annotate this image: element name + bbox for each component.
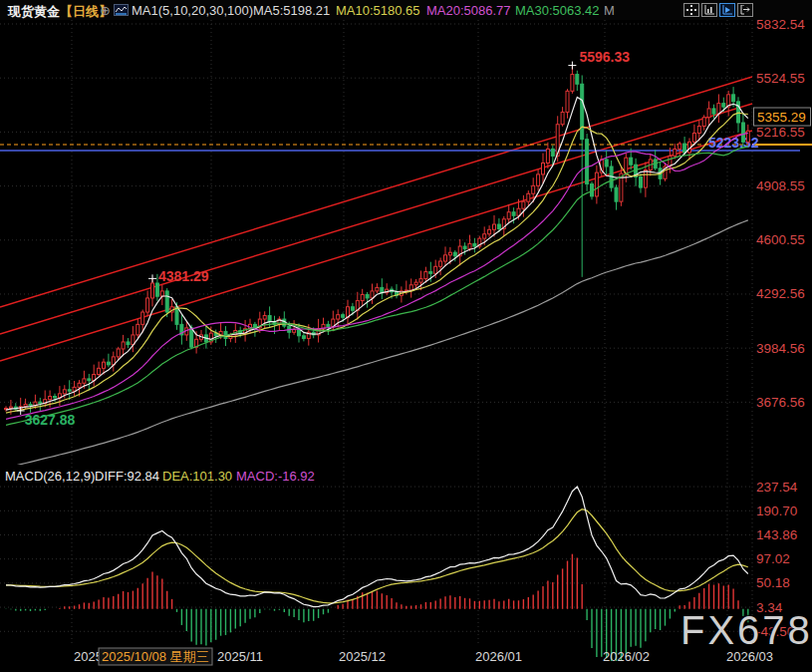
- svg-text:3676.56: 3676.56: [756, 395, 805, 410]
- svg-text:5596.33: 5596.33: [579, 49, 630, 65]
- svg-text:50.18: 50.18: [756, 575, 790, 590]
- move-chart-button[interactable]: [683, 3, 699, 17]
- candlestick-chart-canvas[interactable]: 5223.325596.334381.293627.885832.545524.…: [0, 20, 812, 672]
- blue-price-label: 5223.32: [708, 135, 759, 151]
- ma-lines: [6, 98, 748, 469]
- exit-fullscreen-button[interactable]: [737, 3, 753, 17]
- svg-text:4908.55: 4908.55: [756, 178, 805, 193]
- svg-text:97.02: 97.02: [756, 551, 790, 566]
- ma20-value: MA20:5086.77: [426, 3, 511, 18]
- high-low-annotations: 5596.334381.293627.88: [17, 49, 631, 428]
- svg-text:4381.29: 4381.29: [158, 268, 209, 284]
- trading-terminal: { "topbar": { "symbol": "现货黄金", "period"…: [0, 0, 812, 672]
- svg-text:4600.55: 4600.55: [756, 232, 805, 247]
- top-toolbar: 现货黄金 【日线】 ⊕ MA1(5,10,20,30,100) MA5:5198…: [0, 0, 812, 20]
- dea-line: [6, 509, 748, 603]
- macd-lines: [6, 487, 748, 606]
- ma100-line: [6, 220, 748, 468]
- svg-text:5524.55: 5524.55: [756, 71, 805, 86]
- auto-scroll-button[interactable]: [719, 3, 735, 17]
- watermark: FX678: [680, 608, 812, 653]
- chart-toolbar-icons: [683, 3, 753, 17]
- svg-text:3627.88: 3627.88: [25, 412, 76, 428]
- minute-toggle[interactable]: M: [604, 3, 615, 18]
- add-indicator-icon[interactable]: ⊕: [100, 3, 111, 18]
- gridlines: [0, 20, 752, 646]
- axis-scale-button[interactable]: [701, 3, 717, 17]
- svg-text:2026/01: 2026/01: [475, 649, 522, 664]
- svg-text:5355.29: 5355.29: [757, 110, 806, 125]
- svg-text:5832.54: 5832.54: [756, 20, 805, 32]
- svg-text:237.54: 237.54: [756, 480, 798, 495]
- time-axis: 20252025/112025/122026/012026/022026/032…: [74, 648, 773, 665]
- svg-text:2025/11: 2025/11: [217, 649, 263, 664]
- svg-text:3984.56: 3984.56: [756, 341, 805, 356]
- svg-text:2025/10/08 星期三: 2025/10/08 星期三: [102, 649, 209, 664]
- svg-text:2026/02: 2026/02: [603, 649, 650, 664]
- ma-settings-label[interactable]: MA1(5,10,20,30,100): [132, 3, 253, 18]
- ma10-value: MA10:5180.65: [336, 3, 420, 18]
- symbol-name: 现货黄金: [8, 3, 60, 21]
- svg-text:190.70: 190.70: [756, 504, 797, 518]
- ma5-value: MA5:5198.21: [253, 3, 330, 18]
- svg-text:4292.56: 4292.56: [756, 286, 805, 301]
- mini-chart-icon[interactable]: [114, 4, 129, 19]
- svg-text:5216.55: 5216.55: [756, 125, 805, 140]
- ma30-value: MA30:5063.42: [515, 3, 600, 18]
- svg-text:143.86: 143.86: [756, 527, 797, 542]
- svg-text:2025/12: 2025/12: [339, 649, 386, 664]
- price-axis-labels: 5832.545524.555216.554908.554600.554292.…: [754, 20, 811, 639]
